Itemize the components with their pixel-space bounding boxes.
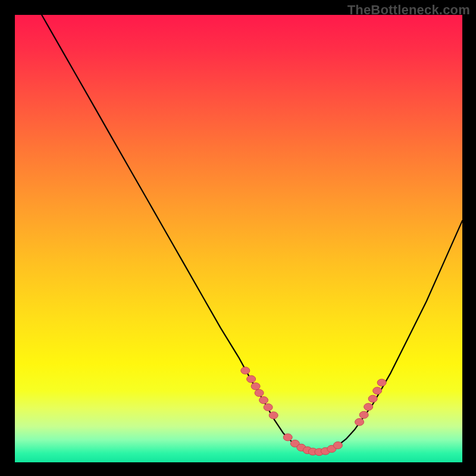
data-dot	[373, 387, 382, 394]
watermark-text: TheBottleneck.com	[347, 2, 470, 18]
data-dot	[377, 379, 386, 386]
data-dot	[283, 434, 292, 441]
data-dot	[355, 418, 364, 425]
chart-stage: { "watermark": "TheBottleneck.com", "lay…	[0, 0, 476, 476]
data-dot	[359, 411, 368, 418]
data-dot	[269, 412, 278, 419]
data-dot	[264, 404, 273, 411]
data-dot	[251, 383, 260, 390]
curve-overlay	[0, 0, 476, 476]
data-dot	[241, 367, 250, 374]
data-dot	[255, 389, 264, 396]
data-dot	[333, 441, 342, 449]
data-dot	[364, 403, 373, 411]
data-dot	[368, 395, 377, 402]
data-dot	[259, 397, 268, 404]
data-dot	[247, 375, 256, 383]
bottleneck-curve	[15, 0, 462, 452]
data-dots	[241, 367, 386, 456]
